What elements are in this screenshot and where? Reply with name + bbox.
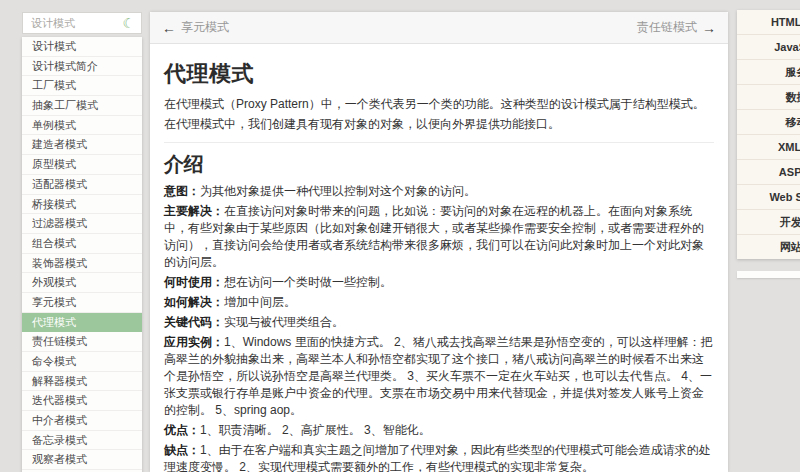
sidebar-search-box: ☾ xyxy=(22,12,142,34)
intro-point: 优点：1、职责清晰。 2、高扩展性。 3、智能化。 xyxy=(164,422,714,439)
category-item[interactable]: 移动端 xyxy=(737,110,800,135)
dark-mode-moon-icon[interactable]: ☾ xyxy=(122,16,135,30)
category-item[interactable]: 网站建设 xyxy=(737,235,800,259)
sidebar-item[interactable]: 迭代器模式 xyxy=(22,391,142,411)
sidebar-item[interactable]: 过滤器模式 xyxy=(22,214,142,234)
category-item[interactable]: 开发工具 xyxy=(737,210,800,235)
intro-point: 主要解决：在直接访问对象时带来的问题，比如说：要访问的对象在远程的机器上。在面向… xyxy=(164,203,714,271)
sidebar-item[interactable]: 工厂模式 xyxy=(22,76,142,96)
point-text: 为其他对象提供一种代理以控制对这个对象的访问。 xyxy=(200,184,476,198)
sidebar-item[interactable]: 外观模式 xyxy=(22,273,142,293)
intro-point: 应用实例：1、Windows 里面的快捷方式。 2、猪八戒去找高翠兰结果是孙悟空… xyxy=(164,334,714,419)
sidebar-item[interactable]: 适配器模式 xyxy=(22,175,142,195)
prev-page-label: 享元模式 xyxy=(181,19,229,36)
point-label: 主要解决： xyxy=(164,204,224,218)
point-text: 1、由于在客户端和真实主题之间增加了代理对象，因此有些类型的代理模式可能会造成请… xyxy=(164,443,711,472)
lead-paragraph: 在代理模式（Proxy Pattern）中，一个类代表另一个类的功能。这种类型的… xyxy=(164,96,714,113)
search-input[interactable] xyxy=(29,16,117,30)
point-label: 何时使用： xyxy=(164,275,224,289)
prev-next-nav: ← 享元模式 责任链模式 → xyxy=(150,12,728,44)
intro-point: 意图：为其他对象提供一种代理以控制对这个对象的访问。 xyxy=(164,183,714,200)
point-label: 缺点： xyxy=(164,443,200,457)
point-label: 优点： xyxy=(164,423,200,437)
design-pattern-sidebar: ☾ 设计模式 设计模式简介 工厂模式 抽象工厂模式 单例模式 建造者模式 原型模… xyxy=(22,12,142,472)
sidebar-item[interactable]: 组合模式 xyxy=(22,234,142,254)
site-category-sidebar: HTML / CSS JavaScript 服务端 数据库 移动端 XML 教程… xyxy=(737,10,800,259)
arrow-right-icon: → xyxy=(702,21,716,35)
point-text: 1、Windows 里面的快捷方式。 2、猪八戒去找高翠兰结果是孙悟空变的，可以… xyxy=(164,335,713,417)
sidebar-item-active-proxy-pattern[interactable]: 代理模式 xyxy=(22,313,142,333)
category-item[interactable]: Web Service xyxy=(737,185,800,210)
category-item[interactable]: JavaScript xyxy=(737,35,800,60)
category-item[interactable]: 服务端 xyxy=(737,60,800,85)
sidebar-item[interactable]: 抽象工厂模式 xyxy=(22,96,142,116)
right-panel-bottom-sliver xyxy=(737,271,800,278)
sidebar-item[interactable]: 桥接模式 xyxy=(22,195,142,215)
next-page-label: 责任链模式 xyxy=(637,19,697,36)
point-label: 关键代码： xyxy=(164,315,224,329)
category-item[interactable]: XML 教程 xyxy=(737,135,800,160)
category-item[interactable]: HTML / CSS xyxy=(737,10,800,35)
sidebar-item[interactable]: 装饰器模式 xyxy=(22,254,142,274)
sidebar-item[interactable]: 享元模式 xyxy=(22,293,142,313)
point-text: 增加中间层。 xyxy=(224,295,296,309)
sidebar-item[interactable]: 建造者模式 xyxy=(22,135,142,155)
sidebar-item[interactable]: 设计模式简介 xyxy=(22,57,142,77)
point-text: 1、职责清晰。 2、高扩展性。 3、智能化。 xyxy=(200,423,431,437)
intro-point: 何时使用：想在访问一个类时做一些控制。 xyxy=(164,274,714,291)
point-text: 在直接访问对象时带来的问题，比如说：要访问的对象在远程的机器上。在面向对象系统中… xyxy=(164,204,704,269)
intro-point: 关键代码：实现与被代理类组合。 xyxy=(164,314,714,331)
sidebar-item[interactable]: 设计模式 xyxy=(22,37,142,57)
sidebar-item[interactable]: 观察者模式 xyxy=(22,450,142,470)
category-item[interactable]: 数据库 xyxy=(737,85,800,110)
article-content: 代理模式 在代理模式（Proxy Pattern）中，一个类代表另一个类的功能。… xyxy=(150,44,728,472)
sidebar-item[interactable]: 单例模式 xyxy=(22,116,142,136)
point-text: 实现与被代理类组合。 xyxy=(224,315,344,329)
article-card: ← 享元模式 责任链模式 → 代理模式 在代理模式（Proxy Pattern）… xyxy=(150,12,728,472)
lead-paragraph: 在代理模式中，我们创建具有现有对象的对象，以便向外界提供功能接口。 xyxy=(164,116,714,133)
point-label: 应用实例： xyxy=(164,335,224,349)
point-text: 想在访问一个类时做一些控制。 xyxy=(224,275,392,289)
sidebar-item[interactable]: 原型模式 xyxy=(22,155,142,175)
intro-point: 缺点：1、由于在客户端和真实主题之间增加了代理对象，因此有些类型的代理模式可能会… xyxy=(164,442,714,472)
sidebar-item[interactable]: 解释器模式 xyxy=(22,372,142,392)
point-label: 如何解决： xyxy=(164,295,224,309)
sidebar-item[interactable]: 命令模式 xyxy=(22,352,142,372)
section-divider xyxy=(164,142,714,143)
sidebar-item[interactable]: 备忘录模式 xyxy=(22,431,142,451)
intro-point: 如何解决：增加中间层。 xyxy=(164,294,714,311)
arrow-left-icon: ← xyxy=(162,21,176,35)
prev-page-link[interactable]: ← 享元模式 xyxy=(162,19,229,36)
point-label: 意图： xyxy=(164,184,200,198)
section-title: 介绍 xyxy=(164,151,714,178)
page-title: 代理模式 xyxy=(164,59,714,89)
next-page-link[interactable]: 责任链模式 → xyxy=(637,19,716,36)
sidebar-item[interactable]: 中介者模式 xyxy=(22,411,142,431)
sidebar-menu: 设计模式 设计模式简介 工厂模式 抽象工厂模式 单例模式 建造者模式 原型模式 … xyxy=(22,37,142,472)
category-item[interactable]: ASP.NET xyxy=(737,160,800,185)
sidebar-item[interactable]: 责任链模式 xyxy=(22,332,142,352)
